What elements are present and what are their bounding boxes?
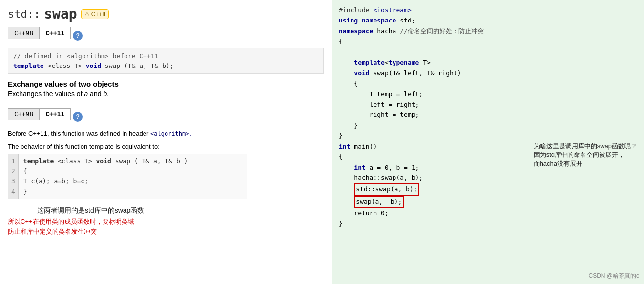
code-line-using: using namespace std; [339, 15, 637, 25]
code-content: template <class T> void swap ( T& a, T& … [19, 154, 193, 199]
divider-1 [8, 104, 324, 104]
version-tabs-row-1: C++98 C++11 ? [8, 27, 324, 44]
left-panel: std:: swap ⚠ C++II C++98 C++11 ? // defi… [0, 0, 332, 284]
code-line-left: left = right; [339, 99, 637, 109]
code-line-2: { [23, 166, 188, 176]
title-swap: swap [44, 6, 77, 22]
code-line-empty1 [339, 47, 637, 57]
highlight-box-swap: swap(a, b); [354, 196, 404, 208]
right-annotation-line2: 因为std库中的命名空间被展开， [534, 151, 637, 159]
right-annotation-line1: 为啥这里是调用库中的swap函数呢？ [534, 142, 637, 151]
code-line-temp: T temp = left; [339, 89, 637, 99]
code-block-top: // defined in <algorithm> before C++11 t… [8, 48, 324, 74]
version-tabs-2: C++98 C++11 [8, 108, 71, 120]
title-row: std:: swap ⚠ C++II [8, 6, 324, 22]
tab-cpp11-2[interactable]: C++11 [40, 109, 70, 120]
code-line-close2: } [339, 120, 637, 131]
code-top-line2: template <class T> void swap (T& a, T& b… [13, 61, 318, 71]
annotation-red-line2: 防止和库中定义的类名发生冲突 [8, 227, 324, 237]
highlight-box-std-swap: std::swap(a, b); [354, 183, 419, 195]
before-text: Before C++11, this function was defined … [8, 129, 324, 139]
line-num-4: 4 [11, 187, 15, 197]
version-tabs-1: C++98 C++11 [8, 27, 71, 39]
annotation-red: 所以C++在使用类的成员函数时，要标明类域 防止和库中定义的类名发生冲突 [8, 217, 324, 238]
csdn-watermark: CSDN @哈茶真的c [588, 272, 639, 280]
line-num-2: 2 [11, 166, 15, 176]
code-line-void-swap: void swap(T& left, T& right) [339, 68, 637, 78]
line-num-3: 3 [11, 176, 15, 187]
tab-cpp98-1[interactable]: C++98 [8, 27, 40, 39]
code-line-4: } [23, 187, 188, 197]
section-heading: Exchange values of two objects [8, 80, 324, 88]
code-line-swap: swap(a, b); [339, 196, 637, 208]
annotation-main: 这两者调用的是std库中的swap函数 [8, 206, 324, 215]
code-line-template: template<typename T> [339, 57, 637, 67]
version-tabs-row-2: C++98 C++11 ? [8, 108, 324, 125]
help-button-1[interactable]: ? [73, 31, 83, 41]
cpp-badge-label: C++II [91, 11, 105, 18]
line-numbers: 1 2 3 4 [8, 154, 19, 199]
right-panel: #include <iostream> using namespace std;… [332, 0, 644, 284]
title-std: std:: [8, 8, 40, 20]
code-line-hacha-swap: hacha::swap(a, b); [339, 173, 637, 183]
code-line-swap-row: swap(a, b); [339, 196, 637, 208]
right-annotation-block: 为啥这里是调用库中的swap函数呢？ 因为std库中的命名空间被展开， 而hac… [534, 142, 637, 168]
code-line-open1: { [339, 36, 637, 46]
code-line-1: template <class T> void swap ( T& a, T& … [23, 156, 188, 167]
code-line-open2: { [339, 78, 637, 88]
warning-icon: ⚠ [84, 11, 90, 18]
code-line-close4: } [339, 218, 637, 229]
code-line-std-swap: std::swap(a, b); [339, 183, 637, 195]
right-annotation-line3: 而hacha没有展开 [534, 159, 637, 168]
help-button-2[interactable]: ? [73, 112, 83, 122]
code-top-line1: // defined in <algorithm> before C++11 [13, 51, 318, 61]
tab-cpp11-1[interactable]: C++11 [40, 27, 70, 39]
section-text: Exchanges the values of a and b. [8, 90, 324, 98]
code-line-return: return 0; [339, 208, 637, 218]
code-line-right: right = temp; [339, 109, 637, 120]
code-line-include: #include <iostream> [339, 5, 637, 15]
line-num-1: 1 [11, 156, 15, 167]
behavior-text: The behavior of this function template i… [8, 143, 324, 150]
code-line-std-swap-row: std::swap(a, b); [339, 183, 637, 195]
code-line-3: T c(a); a=b; b=c; [23, 176, 188, 187]
annotation-area: 这两者调用的是std库中的swap函数 所以C++在使用类的成员函数时，要标明类… [8, 206, 324, 238]
warning-badge: ⚠ C++II [81, 9, 109, 19]
code-line-close1: } [339, 131, 637, 141]
code-line-namespace: namespace hacha //命名空间的好处：防止冲突 [339, 26, 637, 36]
numbered-code-block: 1 2 3 4 template <class T> void swap ( T… [8, 154, 247, 199]
annotation-red-line1: 所以C++在使用类的成员函数时，要标明类域 [8, 217, 324, 227]
tab-cpp98-2[interactable]: C++98 [8, 109, 40, 120]
